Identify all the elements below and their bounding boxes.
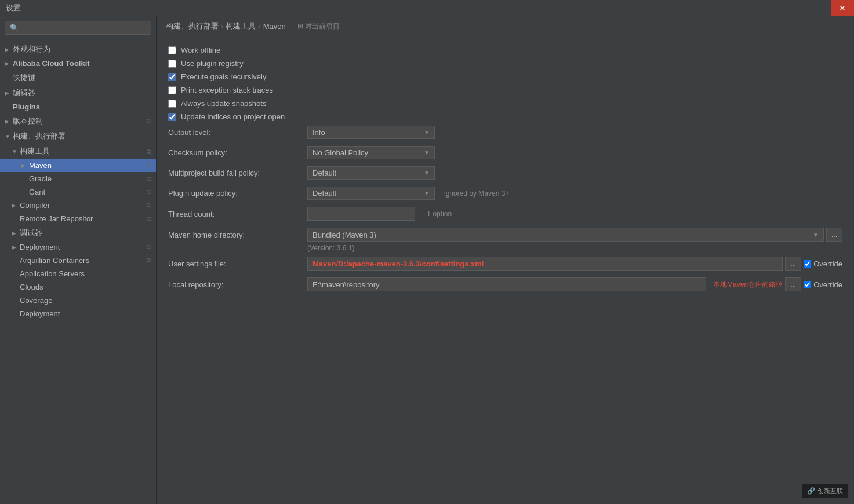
search-box[interactable]: 🔍	[5, 21, 151, 35]
form-row-checksum-policy: Checksum policy:No Global Policy▼	[168, 146, 842, 159]
checkbox-print_exception_stack_traces[interactable]	[168, 86, 176, 94]
sidebar-item-build[interactable]: ▼构建、执行部署	[0, 129, 156, 144]
sidebar-item-alibaba[interactable]: ▶Alibaba Cloud Toolkit	[0, 57, 156, 70]
watermark-icon: 🔗	[807, 487, 815, 495]
sidebar-label-deployment2: Deployment	[20, 309, 60, 318]
checkbox-label-always_update_snapshots: Always update snapshots	[181, 99, 266, 108]
sidebar-label-remote-jar: Remote Jar Repositor	[20, 214, 93, 223]
copy-icon-compiler[interactable]: ⧉	[147, 202, 151, 209]
sidebar-label-plugins: Plugins	[13, 103, 40, 111]
dropdown-value-checksum-policy: No Global Policy	[312, 148, 368, 157]
local-repo-browse-button[interactable]: ...	[785, 277, 801, 291]
checkbox-work_offline[interactable]	[168, 46, 176, 54]
user-settings-browse-button[interactable]: ...	[785, 257, 801, 271]
dropdown-arrow-plugin-update: ▼	[424, 190, 430, 196]
local-repo-override-checkbox[interactable]	[804, 281, 811, 288]
sidebar-item-remote-jar[interactable]: Remote Jar Repositor⧉	[0, 212, 156, 225]
local-repo-override-label: Override	[813, 280, 842, 289]
checkbox-execute_goals_recursively[interactable]	[168, 73, 176, 81]
checkbox-row-print_exception_stack_traces: Print exception stack traces	[168, 86, 842, 94]
sidebar-item-app-servers[interactable]: Application Servers	[0, 267, 156, 280]
plugin-update-note: ignored by Maven 3+	[444, 189, 509, 198]
tree-arrow-alibaba: ▶	[5, 60, 13, 67]
sidebar-label-gradle: Gradle	[29, 174, 52, 183]
user-settings-override-checkbox[interactable]	[804, 260, 811, 268]
sidebar-label-gant: Gant	[29, 188, 45, 196]
sidebar-item-gradle[interactable]: Gradle⧉	[0, 172, 156, 185]
sidebar-item-arquillian[interactable]: Arquillian Containers⧉	[0, 254, 156, 267]
sidebar-item-deployment2[interactable]: Deployment	[0, 307, 156, 320]
sidebar-item-editor[interactable]: ▶编辑器	[0, 85, 156, 100]
user-settings-input[interactable]	[307, 257, 783, 271]
dropdown-arrow-output-level: ▼	[424, 129, 430, 136]
label-user-settings: User settings file:	[168, 260, 307, 268]
dropdown-multiproject-fail[interactable]: Default▼	[307, 166, 435, 180]
checkbox-use_plugin_registry[interactable]	[168, 60, 176, 68]
maven-home-browse-button[interactable]: ...	[826, 228, 842, 242]
link-to-project-icon[interactable]: ⊞ 对当前项目	[297, 21, 340, 31]
dropdown-output-level[interactable]: Info▼	[307, 126, 435, 139]
breadcrumb-sep-1: ›	[221, 22, 223, 31]
control-user-settings: ...Override	[307, 257, 842, 271]
copy-icon-vcs[interactable]: ⧉	[147, 118, 151, 125]
local-repo-input[interactable]	[307, 277, 706, 291]
tree-arrow-debugger: ▶	[12, 230, 20, 236]
sidebar-label-arquillian: Arquillian Containers	[20, 256, 89, 265]
breadcrumb: 构建、执行部署 › 构建工具 › Maven ⊞ 对当前项目	[157, 16, 854, 36]
sidebar-item-vcs[interactable]: ▶版本控制⧉	[0, 114, 156, 129]
control-output-level: Info▼	[307, 126, 435, 139]
tree-arrow-editor: ▶	[5, 90, 13, 96]
checkbox-update_indices[interactable]	[168, 113, 176, 121]
content-area: 构建、执行部署 › 构建工具 › Maven ⊞ 对当前项目 Work offl…	[157, 16, 854, 504]
user-settings-override-row: Override	[804, 260, 842, 268]
dropdown-checksum-policy[interactable]: No Global Policy▼	[307, 146, 435, 159]
thread-count-input[interactable]	[307, 207, 415, 221]
sidebar-item-deployment[interactable]: ▶Deployment⧉	[0, 240, 156, 254]
sidebar-item-compiler[interactable]: ▶Compiler⧉	[0, 199, 156, 212]
sidebar-label-alibaba: Alibaba Cloud Toolkit	[13, 59, 90, 68]
copy-icon-deployment[interactable]: ⧉	[147, 243, 151, 251]
dropdown-plugin-update[interactable]: Default▼	[307, 187, 435, 200]
sidebar-item-shortcuts[interactable]: 快捷键	[0, 70, 156, 85]
tree-arrow-deployment: ▶	[12, 244, 20, 250]
checkbox-row-work_offline: Work offline	[168, 46, 842, 54]
search-input[interactable]	[22, 24, 146, 32]
tree-arrow-maven: ▶	[21, 162, 29, 169]
breadcrumb-sep-2: ›	[258, 22, 260, 31]
dropdown-value-output-level: Info	[312, 128, 325, 137]
watermark: 🔗 创新互联	[802, 484, 848, 498]
close-button[interactable]: ✕	[831, 0, 854, 16]
checkbox-label-work_offline: Work offline	[181, 46, 220, 54]
sidebar: 🔍 ▶外观和行为▶Alibaba Cloud Toolkit快捷键▶编辑器Plu…	[0, 16, 157, 504]
tree-arrow-compiler: ▶	[12, 202, 20, 209]
sidebar-item-coverage[interactable]: Coverage	[0, 294, 156, 307]
checkbox-always_update_snapshots[interactable]	[168, 100, 176, 108]
form-row-multiproject-fail: Multiproject build fail policy:Default▼	[168, 166, 842, 180]
dropdown-maven-home[interactable]: Bundled (Maven 3)▼	[307, 228, 824, 242]
sidebar-item-plugins[interactable]: Plugins	[0, 100, 156, 114]
copy-icon-gant[interactable]: ⧉	[147, 188, 151, 196]
sidebar-label-app-servers: Application Servers	[20, 269, 85, 278]
copy-icon-maven[interactable]: ⧉	[147, 162, 151, 169]
checkbox-label-print_exception_stack_traces: Print exception stack traces	[181, 86, 273, 94]
window-title: 设置	[6, 3, 21, 13]
label-plugin-update: Plugin update policy:	[168, 189, 307, 198]
sidebar-item-gant[interactable]: Gant⧉	[0, 185, 156, 199]
sidebar-item-maven[interactable]: ▶Maven⧉	[0, 159, 156, 172]
sidebar-item-build-tools[interactable]: ▼构建工具⧉	[0, 144, 156, 159]
copy-icon-arquillian[interactable]: ⧉	[147, 257, 151, 264]
sidebar-item-clouds[interactable]: Clouds	[0, 280, 156, 294]
title-bar: 设置 ✕	[0, 0, 854, 16]
checkbox-label-use_plugin_registry: Use plugin registry	[181, 59, 244, 68]
copy-icon-build-tools[interactable]: ⧉	[147, 148, 151, 155]
sidebar-item-appearance[interactable]: ▶外观和行为	[0, 42, 156, 57]
form-row-local-repo: Local repository:本地Maven仓库的路径...Override	[168, 277, 842, 291]
sidebar-label-shortcuts: 快捷键	[13, 72, 35, 83]
sidebar-item-debugger[interactable]: ▶调试器	[0, 225, 156, 240]
label-checksum-policy: Checksum policy:	[168, 148, 307, 157]
dropdown-arrow-multiproject-fail: ▼	[424, 170, 430, 176]
copy-icon-gradle[interactable]: ⧉	[147, 175, 151, 182]
main-layout: 🔍 ▶外观和行为▶Alibaba Cloud Toolkit快捷键▶编辑器Plu…	[0, 16, 854, 504]
tree-arrow-build-tools: ▼	[12, 148, 20, 155]
copy-icon-remote-jar[interactable]: ⧉	[147, 215, 151, 222]
